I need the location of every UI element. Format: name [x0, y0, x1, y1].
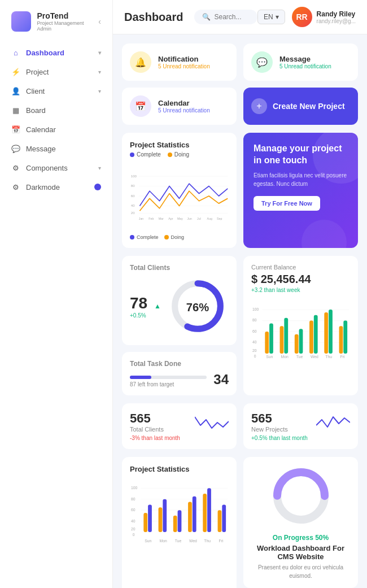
sidebar-item-dashboard[interactable]: ⌂ Dashboard ▾	[0, 43, 112, 62]
user-email: randy.riley@g...	[317, 18, 356, 24]
task-progress-bar	[130, 376, 151, 379]
bottom-legend-complete: Complete	[130, 234, 159, 240]
promo-cta-button[interactable]: Try For Free Now	[254, 196, 320, 211]
notification-icon: 🔔	[130, 51, 151, 73]
total-clients-card: Total Clients 78 ▲ +0.5%	[122, 256, 237, 345]
svg-text:Fri: Fri	[219, 539, 224, 543]
darkmode-icon: ⚙	[11, 182, 20, 191]
message-card-icon: 💬	[251, 51, 273, 73]
arrow-icon: ▾	[98, 69, 101, 75]
sidebar-item-client[interactable]: 👤 Client ▾	[0, 81, 112, 101]
mini-clients-change: -3% than last month	[130, 435, 180, 441]
sidebar-label-components: Components	[26, 164, 68, 172]
balance-value: $ 25,456.44	[251, 273, 350, 286]
board-icon: ▦	[11, 106, 20, 115]
balance-bar-chart-svg: 100 80 60 40 20 0	[251, 298, 350, 365]
language-selector[interactable]: EN ▾	[257, 10, 285, 24]
progress-donut-svg	[270, 465, 332, 527]
svg-rect-39	[314, 315, 318, 354]
progress-label: On Progress	[273, 534, 313, 542]
svg-text:Mon: Mon	[160, 539, 167, 543]
svg-text:Sep: Sep	[217, 217, 222, 220]
svg-text:Feb: Feb	[148, 217, 154, 220]
svg-text:Tue: Tue	[296, 355, 303, 359]
mini-projects-value: 565	[251, 411, 308, 426]
svg-text:Wed: Wed	[311, 355, 318, 359]
calendar-sub: 5 Unread notification	[158, 107, 210, 114]
bl-complete-dot	[130, 235, 134, 239]
main-content: Dashboard 🔍 EN ▾ RR Randy Riley randy.ri…	[113, 0, 367, 588]
sidebar-label-darkmode: Darkmode	[26, 183, 60, 191]
calendar-card-icon: 📅	[130, 95, 151, 117]
message-card-text: Message 5 Unread notification	[279, 55, 331, 69]
logo-icon	[11, 11, 31, 32]
promo-desc: Etiam facilisis ligula nec velit posuere…	[254, 171, 348, 188]
balance-label: Current Balance	[251, 264, 350, 271]
svg-text:Jun: Jun	[187, 217, 193, 220]
message-sub: 5 Unread notification	[279, 63, 331, 69]
svg-rect-64	[173, 516, 177, 532]
svg-text:80: 80	[131, 184, 135, 188]
header: Dashboard 🔍 EN ▾ RR Randy Riley randy.ri…	[113, 0, 367, 34]
balance-metrics-section: Total Clients 78 ▲ +0.5%	[122, 256, 358, 395]
task-progress-bar-bg	[130, 376, 207, 379]
svg-text:40: 40	[131, 519, 136, 523]
sidebar-label-message: Message	[26, 145, 56, 153]
project-stats-title: Project Statistics	[130, 141, 229, 149]
svg-rect-60	[143, 513, 147, 532]
mini-stats-section: 565 Total Clients -3% than last month 56…	[122, 403, 358, 449]
total-task-card: Total Task Done 87 left from target 34	[122, 352, 237, 395]
svg-rect-36	[295, 334, 299, 354]
mid-section: Project Statistics Complete Doing 100 8	[122, 133, 358, 248]
project-stats-chart-card: Project Statistics Complete Doing 100 8	[122, 133, 237, 248]
svg-rect-71	[222, 504, 226, 532]
darkmode-toggle[interactable]	[94, 184, 101, 190]
search-box[interactable]: 🔍	[194, 10, 257, 24]
app-subtitle: Project Management Admin	[37, 20, 98, 32]
svg-text:Fri: Fri	[340, 355, 345, 359]
svg-text:40: 40	[252, 340, 257, 344]
svg-text:80: 80	[252, 319, 257, 323]
clients-change: +0.5%	[130, 312, 161, 319]
sidebar-item-board[interactable]: ▦ Board	[0, 101, 112, 120]
bl-doing-dot	[164, 235, 169, 239]
create-project-button[interactable]: + Create New Project	[243, 88, 358, 125]
svg-text:Sun: Sun	[266, 355, 273, 359]
search-input[interactable]	[214, 13, 249, 21]
sidebar-item-message[interactable]: 💬 Message	[0, 139, 112, 158]
arrow-icon: ▾	[98, 165, 101, 171]
search-icon: 🔍	[202, 13, 211, 21]
collapse-button[interactable]: ‹	[98, 17, 101, 26]
clients-sparkline-svg	[195, 411, 229, 434]
svg-rect-41	[329, 310, 333, 354]
logo-text: ProTend Project Management Admin	[37, 11, 98, 32]
svg-text:100: 100	[252, 307, 259, 311]
svg-text:May: May	[177, 217, 183, 220]
avatar: RR	[292, 7, 312, 27]
sidebar-item-components[interactable]: ⚙ Components ▾	[0, 158, 112, 177]
bl-complete-label: Complete	[137, 234, 159, 240]
svg-text:60: 60	[131, 194, 135, 198]
svg-text:100: 100	[131, 486, 138, 490]
plus-icon: +	[251, 98, 267, 114]
sidebar-item-calendar[interactable]: 📅 Calendar	[0, 120, 112, 139]
legend-doing-label: Doing	[174, 151, 189, 158]
mini-projects-left: 565 New Projects +0.5% than last month	[251, 411, 308, 441]
mini-clients-value: 565	[130, 411, 180, 426]
arrow-icon: ▾	[98, 50, 101, 56]
progress-pct: 50%	[315, 534, 329, 542]
svg-text:20: 20	[252, 349, 257, 352]
svg-text:Thu: Thu	[204, 539, 211, 543]
svg-rect-68	[203, 494, 207, 532]
user-name: Randy Riley	[317, 10, 356, 18]
sidebar-item-darkmode[interactable]: ⚙ Darkmode	[0, 177, 112, 197]
notification-text: Notification 5 Unread notification	[158, 55, 210, 69]
dashboard-icon: ⌂	[11, 48, 20, 57]
svg-text:0: 0	[254, 354, 256, 358]
svg-text:60: 60	[252, 329, 257, 333]
svg-rect-42	[339, 326, 343, 354]
svg-text:Tue: Tue	[175, 539, 182, 543]
task-value: 34	[213, 372, 229, 387]
sidebar-item-project[interactable]: ⚡ Project ▾	[0, 62, 112, 81]
clients-donut-svg: 76%	[167, 275, 229, 337]
